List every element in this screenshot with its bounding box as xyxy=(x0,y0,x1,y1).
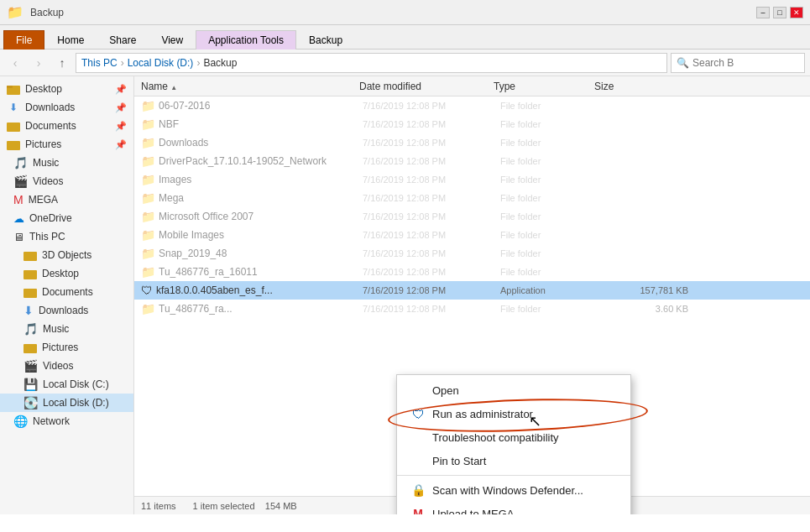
sidebar-label-locald: Local Disk (D:) xyxy=(43,397,109,409)
folder-icon-6: 📁 xyxy=(141,210,155,223)
troubleshoot-icon xyxy=(410,430,426,445)
table-row-selected[interactable]: 🛡 kfa18.0.0.405aben_es_f... 7/16/2019 12… xyxy=(134,281,810,300)
svg-rect-7 xyxy=(24,344,37,353)
folder-icon-1: 📁 xyxy=(141,117,155,131)
svg-rect-3 xyxy=(7,141,20,150)
col-type-header[interactable]: Type xyxy=(494,81,594,92)
folder-icon: ⬇ xyxy=(7,102,20,113)
folder-icon-7: 📁 xyxy=(141,228,155,242)
tab-file[interactable]: File xyxy=(3,30,44,50)
sidebar-item-pictures2[interactable]: Pictures xyxy=(0,338,133,357)
table-row[interactable]: 📁 NBF 7/16/2019 12:08 PM File folder xyxy=(134,115,810,133)
table-row[interactable]: 📁 Mobile Images 7/16/2019 12:08 PM File … xyxy=(134,226,810,244)
sidebar: Desktop 📌 ⬇ Downloads 📌 Documents 📌 Pict… xyxy=(0,76,134,514)
sidebar-item-this-pc[interactable]: 🖥 This PC xyxy=(0,227,133,246)
file-type-5: File folder xyxy=(500,193,601,203)
file-name-0: 📁 06-07-2016 xyxy=(141,99,359,112)
sidebar-item-downloads-pinned[interactable]: ⬇ Downloads 📌 xyxy=(0,98,133,117)
tab-backup[interactable]: Backup xyxy=(296,30,355,50)
sidebar-label-mega: MEGA xyxy=(29,194,58,206)
maximize-button[interactable]: □ xyxy=(773,7,786,18)
table-row[interactable]: 📁 Microsoft Office 2007 7/16/2019 12:08 … xyxy=(134,207,810,226)
downloads-icon: ⬇ xyxy=(24,304,34,317)
sidebar-item-network[interactable]: 🌐 Network xyxy=(0,412,133,430)
sidebar-item-videos[interactable]: 🎬 Videos xyxy=(0,172,133,190)
table-row[interactable]: 📁 Snap_2019_48 7/16/2019 12:08 PM File f… xyxy=(134,244,810,263)
sidebar-item-pictures-pinned[interactable]: Pictures 📌 xyxy=(0,135,133,154)
table-row[interactable]: 📁 06-07-2016 7/16/2019 12:08 PM File fol… xyxy=(134,96,810,115)
minimize-button[interactable]: – xyxy=(756,7,770,18)
forward-button[interactable]: › xyxy=(29,53,49,73)
back-button[interactable]: ‹ xyxy=(5,53,25,73)
folder-icon-11: 📁 xyxy=(141,302,155,316)
sort-arrow: ▲ xyxy=(170,84,177,91)
col-name-header[interactable]: Name ▲ xyxy=(141,81,359,92)
file-type-4: File folder xyxy=(500,175,601,185)
tab-share[interactable]: Share xyxy=(97,30,149,50)
video-icon2: 🎬 xyxy=(24,359,38,373)
pin-icon: 📌 xyxy=(115,84,127,95)
mega-upload-icon: M xyxy=(410,506,426,514)
bc-this-pc[interactable]: This PC xyxy=(81,57,118,69)
sidebar-item-locald[interactable]: 💽 Local Disk (D:) xyxy=(0,394,133,412)
defender-icon: 🔒 xyxy=(410,482,426,498)
table-row[interactable]: 📁 Downloads 7/16/2019 12:08 PM File fold… xyxy=(134,133,810,152)
up-button[interactable]: ↑ xyxy=(52,53,72,73)
file-type-0: File folder xyxy=(500,101,601,111)
bc-local-disk[interactable]: Local Disk (D:) xyxy=(128,57,194,69)
sidebar-item-music2[interactable]: 🎵 Music xyxy=(0,320,133,338)
window-controls[interactable]: – □ ✕ xyxy=(756,7,803,18)
sidebar-item-mega[interactable]: M MEGA xyxy=(0,190,133,209)
sidebar-label-3d: 3D Objects xyxy=(42,249,91,261)
tab-view[interactable]: View xyxy=(149,30,196,50)
selected-info: 1 item selected 154 MB xyxy=(193,501,297,511)
search-input[interactable] xyxy=(692,57,799,69)
tab-application-tools[interactable]: Application Tools xyxy=(196,30,296,50)
ctx-open[interactable]: Open xyxy=(397,378,630,402)
ctx-scan[interactable]: 🔒 Scan with Windows Defender... xyxy=(397,478,630,502)
music-icon: 🎵 xyxy=(13,156,28,170)
sidebar-item-videos2[interactable]: 🎬 Videos xyxy=(0,357,133,375)
close-button[interactable]: ✕ xyxy=(790,7,803,18)
sidebar-label-downloads2: Downloads xyxy=(39,305,88,316)
sidebar-item-localc[interactable]: 💾 Local Disk (C:) xyxy=(0,375,133,394)
file-size-10: 157,781 KB xyxy=(604,285,688,295)
shield-icon: 🛡 xyxy=(410,406,426,421)
folder-icon-4: 📁 xyxy=(141,173,155,186)
file-date-8: 7/16/2019 12:08 PM xyxy=(363,248,497,258)
ctx-pin-start[interactable]: Pin to Start xyxy=(397,449,630,472)
col-type-label: Type xyxy=(494,81,515,92)
folder-icon xyxy=(7,83,20,95)
sidebar-item-desktop[interactable]: Desktop xyxy=(0,264,133,283)
content-area: Name ▲ Date modified Type Size 📁 06-07-2… xyxy=(134,76,810,514)
sidebar-item-3d-objects[interactable]: 3D Objects xyxy=(0,246,133,264)
sidebar-item-desktop-pinned[interactable]: Desktop 📌 xyxy=(0,80,133,98)
sidebar-item-documents-pinned[interactable]: Documents 📌 xyxy=(0,117,133,135)
tab-home[interactable]: Home xyxy=(44,30,97,50)
ctx-mega-label: Upload to MEGA xyxy=(432,508,617,515)
ctx-troubleshoot[interactable]: Troubleshoot compatibility xyxy=(397,425,630,449)
file-date-3: 7/16/2019 12:08 PM xyxy=(363,156,497,166)
ctx-mega[interactable]: M Upload to MEGA xyxy=(397,502,630,514)
table-row[interactable]: 📁 Tu_486776_ra... 7/16/2019 12:08 PM Fil… xyxy=(134,300,810,318)
sidebar-label-videos: Videos xyxy=(33,175,63,187)
table-row[interactable]: 📁 Mega 7/16/2019 12:08 PM File folder xyxy=(134,189,810,207)
col-date-header[interactable]: Date modified xyxy=(359,81,494,92)
sidebar-item-downloads2[interactable]: ⬇ Downloads xyxy=(0,301,133,320)
address-breadcrumb[interactable]: This PC › Local Disk (D:) › Backup xyxy=(76,53,667,73)
table-row[interactable]: 📁 DriverPack_17.10.14-19052_Network 7/16… xyxy=(134,152,810,170)
search-box[interactable]: 🔍 xyxy=(671,53,805,73)
folder-icon-3: 📁 xyxy=(141,154,155,168)
table-row[interactable]: 📁 Tu_486776_ra_16011 7/16/2019 12:08 PM … xyxy=(134,263,810,281)
file-type-9: File folder xyxy=(500,267,601,277)
mega-icon: M xyxy=(13,193,24,206)
sidebar-item-music[interactable]: 🎵 Music xyxy=(0,154,133,172)
sidebar-item-onedrive[interactable]: ☁ OneDrive xyxy=(0,209,133,227)
ctx-run-admin[interactable]: 🛡 Run as administrator xyxy=(397,402,630,425)
sidebar-label-onedrive: OneDrive xyxy=(29,212,72,224)
table-row[interactable]: 📁 Images 7/16/2019 12:08 PM File folder xyxy=(134,170,810,189)
file-date-7: 7/16/2019 12:08 PM xyxy=(363,230,497,240)
sidebar-item-documents2[interactable]: Documents xyxy=(0,283,133,301)
col-size-header[interactable]: Size xyxy=(594,81,678,92)
exe-icon: 🛡 xyxy=(141,284,153,297)
